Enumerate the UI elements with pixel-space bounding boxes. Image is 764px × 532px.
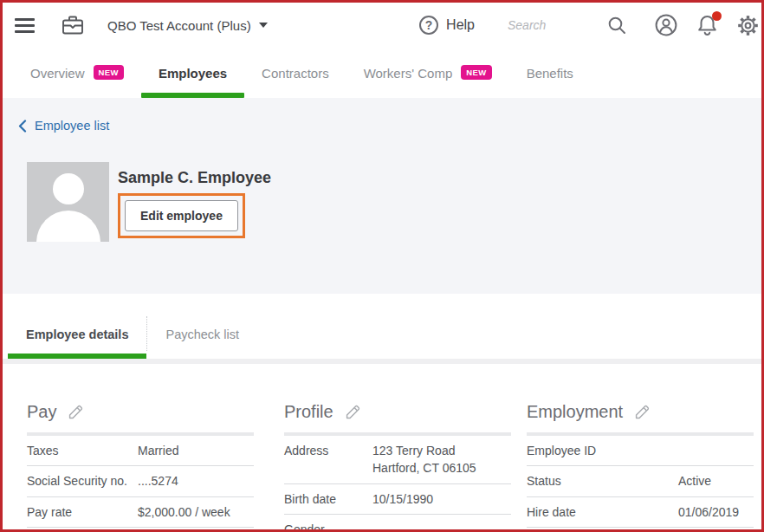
employment-card-title: Employment bbox=[527, 402, 623, 422]
employee-sub-tabs: Employee details Paycheck list bbox=[3, 294, 761, 359]
back-link-label: Employee list bbox=[35, 119, 109, 133]
edit-employment-pencil-icon[interactable] bbox=[634, 404, 651, 420]
menu-icon[interactable] bbox=[15, 15, 35, 36]
tab-paycheck-list[interactable]: Paycheck list bbox=[147, 309, 257, 359]
employment-row-status: Status Active bbox=[527, 466, 754, 496]
search-icon[interactable] bbox=[606, 15, 628, 36]
profile-row-address: Address 123 Terry Road Hartford, CT 0610… bbox=[284, 436, 511, 484]
profile-row-gender: Gender -- bbox=[284, 515, 511, 532]
edit-pay-pencil-icon[interactable] bbox=[68, 404, 84, 420]
payroll-nav-tabs: Overview NEW Employees Contractors Worke… bbox=[3, 48, 761, 98]
pay-row-pay-rate: Pay rate $2,000.00 / week bbox=[27, 497, 254, 528]
help-button[interactable]: ? Help bbox=[419, 16, 475, 35]
employee-hero: Employee list Sample C. Employee Edit em… bbox=[3, 98, 761, 294]
briefcase-icon[interactable] bbox=[61, 14, 85, 36]
profile-card-title: Profile bbox=[284, 402, 333, 422]
edit-employee-button[interactable]: Edit employee bbox=[125, 200, 238, 231]
tab-benefits[interactable]: Benefits bbox=[509, 48, 591, 98]
back-to-employee-list-link[interactable]: Employee list bbox=[18, 119, 109, 133]
company-switcher[interactable]: QBO Test Account (Plus) bbox=[107, 18, 268, 33]
account-icon[interactable] bbox=[654, 13, 678, 37]
notifications-icon[interactable] bbox=[696, 13, 719, 37]
help-icon: ? bbox=[419, 16, 438, 35]
tab-employees[interactable]: Employees bbox=[141, 48, 244, 98]
chevron-left-icon bbox=[18, 120, 27, 133]
tab-workers-comp[interactable]: Workers' Comp NEW bbox=[346, 48, 509, 98]
topbar-actions: ? Help bbox=[419, 13, 760, 37]
company-name: QBO Test Account (Plus) bbox=[107, 18, 251, 33]
new-badge: NEW bbox=[94, 65, 124, 80]
employment-card: Employment Employee ID Status Active Hir… bbox=[527, 402, 754, 532]
edit-profile-pencil-icon[interactable] bbox=[345, 404, 361, 420]
profile-card: Profile Address 123 Terry Road Hartford,… bbox=[284, 402, 511, 532]
topbar: QBO Test Account (Plus) ? Help bbox=[3, 3, 761, 48]
employee-header: Sample C. Employee Edit employee bbox=[27, 162, 761, 242]
employee-name: Sample C. Employee bbox=[118, 169, 271, 187]
tab-overview[interactable]: Overview NEW bbox=[13, 48, 141, 98]
help-label: Help bbox=[446, 17, 475, 33]
employment-row-work-location: PO BOX bbox=[527, 528, 754, 532]
pay-row-ssn: Social Security no. ....5274 bbox=[27, 466, 254, 496]
tab-contractors[interactable]: Contractors bbox=[244, 48, 346, 98]
app-window: QBO Test Account (Plus) ? Help bbox=[0, 0, 764, 532]
employment-row-employee-id: Employee ID bbox=[527, 436, 754, 466]
employee-detail-cards: Pay Taxes Married Social Security no. ..… bbox=[3, 364, 761, 532]
highlight-annotation: Edit employee bbox=[118, 193, 245, 238]
pay-row-taxes: Taxes Married bbox=[27, 436, 254, 466]
chevron-down-icon bbox=[259, 23, 268, 28]
pay-card: Pay Taxes Married Social Security no. ..… bbox=[27, 402, 254, 532]
pay-card-title: Pay bbox=[27, 402, 56, 422]
search-input[interactable] bbox=[508, 18, 603, 32]
tab-employee-details[interactable]: Employee details bbox=[8, 309, 146, 359]
profile-row-birth-date: Birth date 10/15/1990 bbox=[284, 484, 511, 515]
settings-icon[interactable] bbox=[736, 14, 760, 37]
employment-row-hire-date: Hire date 01/06/2019 bbox=[527, 497, 754, 528]
notification-dot bbox=[712, 11, 722, 21]
new-badge: NEW bbox=[461, 65, 491, 80]
avatar bbox=[27, 162, 109, 242]
